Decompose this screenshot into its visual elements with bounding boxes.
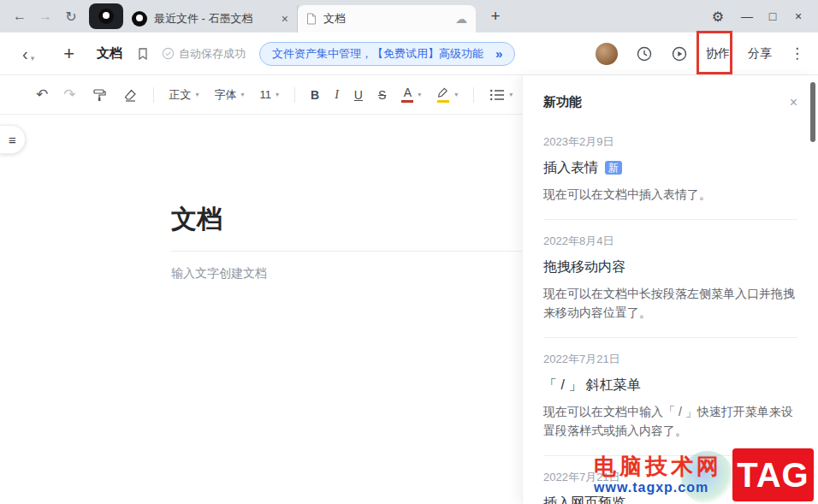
maximize-button[interactable]: □ — [760, 9, 785, 23]
panel-scrollbar-thumb[interactable] — [810, 82, 815, 142]
shimo-logo-icon — [98, 9, 114, 24]
tab-title: 文档 — [323, 11, 448, 27]
redo-icon[interactable]: ↷ — [63, 86, 75, 104]
list-icon — [489, 89, 505, 101]
chevron-down-icon: ▾ — [196, 91, 199, 98]
user-avatar[interactable] — [596, 43, 618, 65]
strikethrough-button[interactable]: S — [378, 88, 386, 102]
tab-favicon-shimo-icon — [132, 11, 147, 27]
hamburger-menu-icon: ≡ — [9, 133, 16, 147]
feature-desc: 现在可以在文档中插入表情了。 — [543, 185, 797, 204]
content-region: ↶ ↷ 正文 ▾ 字体 ▾ — [0, 75, 818, 504]
font-color-icon: A — [401, 87, 413, 103]
highlight-bar — [437, 100, 449, 103]
share-button[interactable]: 分享 — [748, 46, 772, 62]
list-button[interactable]: ▾ — [489, 89, 513, 101]
app-window: ← → ↻ 最近文件 - 石墨文档 × 文档 ☁ + ⚙ — □ × — [0, 0, 818, 504]
feature-title-text: 「 / 」 斜杠菜单 — [543, 377, 641, 394]
color-bar — [401, 100, 413, 103]
bold-button[interactable]: B — [311, 88, 319, 102]
cloud-sync-icon: ☁ — [455, 12, 467, 26]
panel-header: 新功能 × — [543, 75, 797, 110]
settings-gear-icon[interactable]: ⚙ — [705, 9, 731, 25]
browser-forward-icon[interactable]: → — [33, 9, 58, 24]
chevron-down-icon: ▾ — [454, 91, 458, 98]
autosave-text: 自动保存成功 — [179, 46, 246, 62]
toolbar-divider — [294, 87, 295, 103]
window-controls: ⚙ — □ × — [705, 9, 811, 25]
font-family-dropdown[interactable]: 字体 ▾ — [215, 87, 245, 103]
minimize-button[interactable]: — — [734, 9, 760, 23]
new-features-panel: 新功能 × 2023年2月9日 插入表情 新 现在可以在文档中插入表情了。 20… — [522, 75, 818, 504]
back-chevron-icon: ‹ — [22, 45, 28, 62]
highlight-color-button[interactable]: ▾ — [436, 87, 458, 103]
main-toolbar: ‹ ▾ + 文档 自动保存成功 文件资产集中管理，【免费试用】高级功能 » — [0, 33, 818, 75]
autosave-status: 自动保存成功 — [162, 46, 246, 62]
highlight-pen-icon — [436, 87, 450, 103]
eraser-icon — [122, 87, 138, 103]
collaborate-button[interactable]: 协作 — [706, 46, 730, 62]
panel-title: 新功能 — [543, 94, 582, 110]
feature-item: 2023年2月9日 插入表情 新 现在可以在文档中插入表情了。 — [543, 121, 797, 220]
style-label: 正文 — [169, 87, 192, 103]
browser-back-icon[interactable]: ← — [7, 9, 33, 24]
format-painter-icon — [92, 87, 107, 103]
chevron-down-icon: ▾ — [276, 91, 279, 98]
document-name-label[interactable]: 文档 — [97, 45, 122, 62]
chevron-down-icon: ▾ — [418, 91, 421, 98]
browser-tab-document[interactable]: 文档 ☁ — [298, 5, 476, 33]
browser-titlebar: ← → ↻ 最近文件 - 石墨文档 × 文档 ☁ + ⚙ — □ × — [0, 0, 818, 33]
feature-title-text: 插入表情 — [543, 159, 598, 176]
watermark: 电脑技术网 www.tagxp.com TAG — [594, 448, 814, 501]
check-circle-icon — [162, 47, 175, 60]
undo-icon[interactable]: ↶ — [36, 86, 48, 104]
feature-date: 2023年2月9日 — [543, 136, 797, 148]
feature-item: 2022年7月21日 「 / 」 斜杠菜单 现在可以在文档中输入「 / 」快速打… — [543, 338, 797, 456]
feature-title-text: 拖拽移动内容 — [543, 258, 625, 276]
chevron-down-icon: ▾ — [509, 91, 513, 98]
promo-banner-text: 文件资产集中管理，【免费试用】高级功能 — [272, 46, 483, 62]
font-color-button[interactable]: A ▾ — [401, 87, 421, 103]
tab-close-icon[interactable]: × — [282, 12, 288, 26]
clear-format-button[interactable] — [122, 87, 138, 103]
size-label: 11 — [260, 88, 272, 101]
italic-button[interactable]: I — [335, 88, 339, 102]
font-label: 字体 — [215, 87, 237, 103]
pen-icon — [436, 87, 450, 98]
toolbar-divider — [473, 87, 474, 103]
format-painter-button[interactable] — [92, 87, 107, 103]
close-button[interactable]: × — [785, 9, 811, 23]
font-size-dropdown[interactable]: 11 ▾ — [260, 88, 280, 101]
browser-tab-recent-files[interactable]: 最近文件 - 石墨文档 × — [123, 5, 298, 33]
browser-refresh-icon[interactable]: ↻ — [58, 9, 84, 25]
history-clock-icon — [636, 45, 653, 62]
promo-banner[interactable]: 文件资产集中管理，【免费试用】高级功能 » — [259, 42, 515, 66]
feature-desc: 现在可以在文档中长按段落左侧菜单入口并拖拽来移动内容位置了。 — [543, 284, 797, 322]
toolbar-divider — [153, 87, 154, 103]
demo-play-button[interactable] — [671, 45, 688, 62]
feature-title: 拖拽移动内容 — [543, 258, 797, 276]
watermark-site-name: 电脑技术网 — [594, 454, 722, 478]
bookmark-icon — [136, 47, 150, 61]
document-page-icon — [306, 13, 317, 25]
shimo-app-button[interactable] — [89, 3, 123, 29]
feature-title: 插入表情 新 — [543, 159, 797, 176]
underline-button[interactable]: U — [354, 88, 363, 102]
back-to-files-button[interactable]: ‹ ▾ — [22, 45, 34, 62]
create-new-button[interactable]: + — [63, 44, 74, 63]
new-tab-button[interactable]: + — [484, 7, 507, 26]
history-button[interactable] — [636, 45, 653, 62]
sidebar-toggle-button[interactable]: ≡ — [0, 125, 26, 154]
favorite-bookmark-button[interactable] — [136, 47, 150, 61]
feature-title: 「 / 」 斜杠菜单 — [543, 377, 797, 394]
watermark-url: www.tagxp.com — [594, 480, 722, 495]
play-circle-icon — [671, 45, 688, 62]
paragraph-style-dropdown[interactable]: 正文 ▾ — [169, 87, 199, 103]
more-menu-icon[interactable]: ⋮ — [790, 44, 804, 62]
panel-body: 2023年2月9日 插入表情 新 现在可以在文档中插入表情了。 2022年8月4… — [543, 121, 797, 504]
new-badge: 新 — [605, 161, 622, 175]
tab-title: 最近文件 - 石墨文档 — [154, 11, 275, 27]
panel-close-icon[interactable]: × — [790, 95, 797, 110]
feature-item: 2022年8月4日 拖拽移动内容 现在可以在文档中长按段落左侧菜单入口并拖拽来移… — [543, 220, 797, 338]
color-letter: A — [404, 87, 412, 98]
